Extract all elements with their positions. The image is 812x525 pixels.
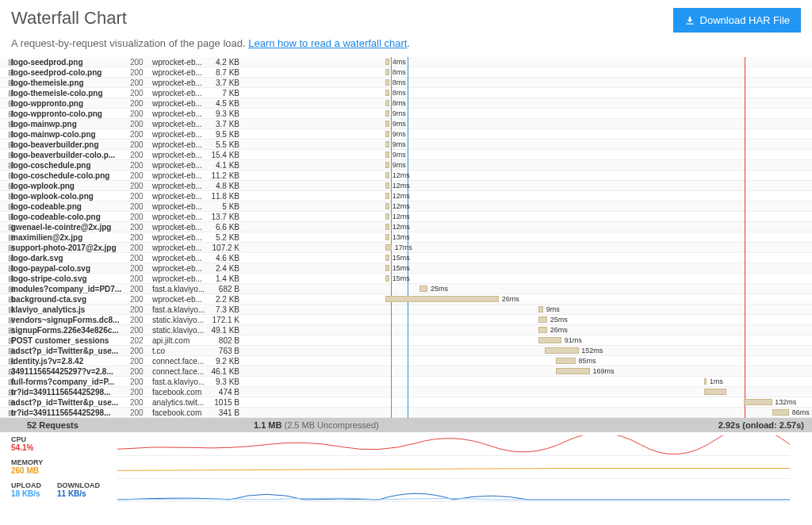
request-size: 9.3 KB — [208, 109, 243, 118]
table-row[interactable]: ⊞signupForms.226e34e826c...200static.kla… — [0, 325, 812, 335]
table-row[interactable]: ⊞logo-wppronto.png200wprocket-eb...4.5 K… — [0, 98, 812, 109]
expand-icon[interactable]: ⊞ — [0, 212, 11, 221]
expand-icon[interactable]: ⊞ — [0, 243, 11, 252]
table-row[interactable]: ⊞modules?company_id=PD7...200fast.a.klav… — [0, 284, 812, 294]
table-row[interactable]: ⊞logo-coschedule.png200wprocket-eb...4.1… — [0, 160, 812, 171]
table-row[interactable]: ⊞logo-seedprod-colo.png200wprocket-eb...… — [0, 67, 812, 78]
expand-icon[interactable]: ⊞ — [0, 160, 11, 170]
table-row[interactable]: ⊞3491115654425297?v=2.8...200connect.fac… — [0, 366, 812, 377]
timing-label: 9ms — [393, 129, 406, 140]
request-domain: wprocket-eb... — [152, 67, 208, 77]
request-domain: facebook.com — [152, 408, 208, 417]
expand-icon[interactable]: ⊞ — [0, 315, 11, 324]
expand-icon[interactable]: ⊞ — [0, 274, 11, 283]
request-domain: wprocket-eb... — [152, 232, 208, 242]
expand-icon[interactable]: ⊞ — [0, 305, 11, 314]
expand-icon[interactable]: ⊞ — [0, 397, 11, 407]
expand-icon[interactable]: ⊞ — [0, 129, 11, 139]
download-har-button[interactable]: Download HAR File — [673, 8, 801, 33]
table-row[interactable]: ⊞background-cta.svg200wprocket-eb...2.2 … — [0, 294, 812, 305]
learn-waterfall-link[interactable]: Learn how to read a waterfall chart — [248, 37, 407, 49]
expand-icon[interactable]: ⊞ — [0, 387, 11, 397]
request-domain: wprocket-eb... — [152, 160, 208, 170]
expand-icon[interactable]: ⊞ — [0, 171, 11, 180]
table-row[interactable]: ⊞gwenael-le-cointre@2x.jpg200wprocket-eb… — [0, 222, 812, 232]
expand-icon[interactable]: ⊞ — [0, 150, 11, 159]
table-row[interactable]: ⊞logo-paypal-colo.svg200wprocket-eb...2.… — [0, 263, 812, 274]
request-status: 200 — [130, 274, 152, 283]
expand-icon[interactable]: ⊞ — [0, 201, 11, 211]
request-name: tr?id=3491115654425298... — [11, 408, 130, 417]
table-row[interactable]: ⊞logo-wplook.png200wprocket-eb...4.8 KB1… — [0, 181, 812, 191]
expand-icon[interactable]: ⊞ — [0, 366, 11, 376]
table-row[interactable]: ⊞logo-wppronto-colo.png200wprocket-eb...… — [0, 109, 812, 119]
expand-icon[interactable]: ⊞ — [0, 181, 11, 190]
table-row[interactable]: ⊞adsct?p_id=Twitter&p_use...200t.co763 B… — [0, 346, 812, 356]
table-row[interactable]: ⊞vendors~signupForms.dc8...200static.kla… — [0, 315, 812, 325]
timing-bar — [385, 244, 393, 251]
expand-icon[interactable]: ⊞ — [0, 109, 11, 118]
summary-requests: 52 Requests — [8, 420, 254, 430]
request-status: 200 — [130, 57, 152, 67]
table-row[interactable]: ⊞maximilien@2x.jpg200wprocket-eb...5.2 K… — [0, 232, 812, 243]
request-size: 1.4 KB — [208, 274, 243, 283]
expand-icon[interactable]: ⊞ — [0, 346, 11, 355]
table-row[interactable]: ⊞logo-themeisle-colo.png200wprocket-eb..… — [0, 88, 812, 98]
request-status: 200 — [130, 294, 152, 304]
expand-icon[interactable]: ⊞ — [0, 408, 11, 417]
table-row[interactable]: ⊞logo-beaverbuilder.png200wprocket-eb...… — [0, 140, 812, 150]
expand-icon[interactable]: ⊞ — [0, 325, 11, 335]
request-timeline: 9ms — [243, 140, 812, 150]
expand-icon[interactable]: ⊞ — [0, 119, 11, 128]
table-row[interactable]: ⊞tr?id=3491115654425298...200facebook.co… — [0, 387, 812, 397]
request-name: signupForms.226e34e826c... — [11, 325, 130, 335]
table-row[interactable]: ⊞logo-dark.svg200wprocket-eb...4.6 KB15m… — [0, 253, 812, 263]
upload-label: UPLOAD — [11, 481, 41, 489]
table-row[interactable]: ⊞identity.js?v=2.8.42200connect.face...9… — [0, 356, 812, 366]
expand-icon[interactable]: ⊞ — [0, 98, 11, 108]
expand-icon[interactable]: ⊞ — [0, 57, 11, 67]
table-row[interactable]: ⊞logo-beaverbuilder-colo.p...200wprocket… — [0, 150, 812, 160]
table-row[interactable]: ⊞logo-seedprod.png200wprocket-eb...4.2 K… — [0, 57, 812, 67]
table-row[interactable]: ⊞logo-wplook-colo.png200wprocket-eb...11… — [0, 191, 812, 201]
timing-bar — [538, 327, 547, 333]
expand-icon[interactable]: ⊞ — [0, 88, 11, 98]
expand-icon[interactable]: ⊞ — [0, 78, 11, 87]
request-status: 200 — [130, 232, 152, 242]
expand-icon[interactable]: ⊞ — [0, 284, 11, 293]
table-row[interactable]: ⊞logo-mainwp.png200wprocket-eb...3.7 KB9… — [0, 119, 812, 129]
table-row[interactable]: ⊞logo-codeable-colo.png200wprocket-eb...… — [0, 212, 812, 222]
request-timeline: 12ms — [243, 171, 812, 181]
expand-icon[interactable]: ⊞ — [0, 140, 11, 149]
expand-icon[interactable]: ⊞ — [0, 356, 11, 366]
table-row[interactable]: ⊞tr?id=3491115654425298...200facebook.co… — [0, 408, 812, 418]
table-row[interactable]: ⊞logo-themeisle.png200wprocket-eb...3.7 … — [0, 78, 812, 88]
expand-icon[interactable]: ⊞ — [0, 294, 11, 304]
request-status: 200 — [130, 140, 152, 149]
expand-icon[interactable]: ⊞ — [0, 253, 11, 262]
table-row[interactable]: ⊞full-forms?company_id=P...200fast.a.kla… — [0, 377, 812, 387]
request-domain: wprocket-eb... — [152, 119, 208, 128]
table-row[interactable]: ⊞support-photo-2017@2x.jpg200wprocket-eb… — [0, 243, 812, 253]
expand-icon[interactable]: ⊞ — [0, 222, 11, 232]
expand-icon[interactable]: ⊞ — [0, 263, 11, 273]
expand-icon[interactable]: ⊞ — [0, 191, 11, 201]
timing-label: 8ms — [393, 88, 406, 98]
request-name: logo-seedprod.png — [11, 57, 130, 67]
request-size: 4.1 KB — [208, 160, 243, 170]
table-row[interactable]: ⊞adsct?p_id=Twitter&p_use...200analytics… — [0, 397, 812, 408]
timing-label: 8ms — [393, 78, 406, 88]
table-row[interactable]: ⊞POST customer_sessions202api.jilt.com80… — [0, 335, 812, 346]
expand-icon[interactable]: ⊞ — [0, 67, 11, 77]
request-domain: facebook.com — [152, 387, 208, 397]
expand-icon[interactable]: ⊞ — [0, 377, 11, 386]
memory-label: MEMORY — [11, 458, 106, 466]
table-row[interactable]: ⊞logo-mainwp-colo.png200wprocket-eb...9.… — [0, 129, 812, 140]
table-row[interactable]: ⊞logo-codeable.png200wprocket-eb...5 KB1… — [0, 201, 812, 212]
request-name: maximilien@2x.jpg — [11, 232, 130, 242]
expand-icon[interactable]: ⊞ — [0, 335, 11, 345]
table-row[interactable]: ⊞logo-coschedule-colo.png200wprocket-eb.… — [0, 171, 812, 181]
table-row[interactable]: ⊞klaviyo_analytics.js200fast.a.klaviyo..… — [0, 305, 812, 315]
table-row[interactable]: ⊞logo-stripe-colo.svg200wprocket-eb...1.… — [0, 274, 812, 284]
expand-icon[interactable]: ⊞ — [0, 232, 11, 242]
